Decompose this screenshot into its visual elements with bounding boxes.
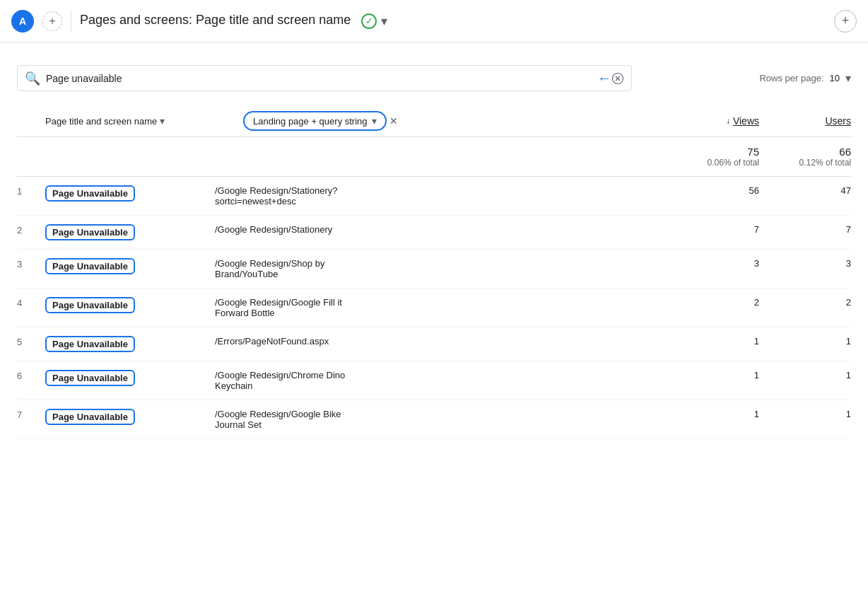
col-views-header: ↓ Views bbox=[667, 115, 759, 127]
table-row: 2 Page Unavailable /Google Redesign/Stat… bbox=[17, 216, 851, 250]
rows-count: 10 bbox=[830, 73, 840, 83]
landing-page-filter-chip[interactable]: Landing page + query string ▾ bbox=[243, 111, 387, 131]
title-badge: ✓ ▾ bbox=[361, 13, 389, 29]
add-report-button[interactable]: + bbox=[834, 10, 857, 33]
main-content: 🔍 ← Rows per page: 10 ▾ Page title and s… bbox=[0, 42, 868, 456]
page-title-value: Page Unavailable bbox=[45, 297, 135, 313]
views-column-label[interactable]: Views bbox=[733, 115, 759, 127]
row-views-cell: 3 bbox=[667, 258, 759, 269]
row-users-cell: 1 bbox=[759, 370, 851, 380]
top-bar: A + Pages and screens: Page title and sc… bbox=[0, 0, 868, 42]
filter-chip-dropdown-icon[interactable]: ▾ bbox=[372, 115, 377, 127]
row-number: 2 bbox=[17, 224, 45, 235]
row-landing-page-cell: /Google Redesign/Shop byBrand/YouTube bbox=[215, 258, 667, 279]
row-landing-page-cell: /Google Redesign/Stationery bbox=[215, 224, 667, 235]
check-circle-icon: ✓ bbox=[361, 13, 377, 29]
row-number: 6 bbox=[17, 370, 45, 381]
arrow-indicator-icon: ← bbox=[597, 70, 611, 86]
users-column-label[interactable]: Users bbox=[825, 115, 851, 127]
row-number: 1 bbox=[17, 185, 45, 197]
row-page-title-cell: Page Unavailable bbox=[45, 297, 215, 313]
row-page-title-cell: Page Unavailable bbox=[45, 258, 215, 274]
clear-search-button[interactable] bbox=[611, 72, 624, 85]
row-views-cell: 1 bbox=[667, 336, 759, 347]
sort-arrow-icon: ↓ bbox=[726, 116, 730, 126]
row-number: 5 bbox=[17, 336, 45, 347]
page-title-dropdown-icon[interactable]: ▾ bbox=[160, 115, 165, 127]
row-landing-page-cell: /Google Redesign/Google BikeJournal Set bbox=[215, 409, 667, 430]
col-landing-page-header: Landing page + query string ▾ ✕ bbox=[243, 111, 667, 131]
data-rows-container: 1 Page Unavailable /Google Redesign/Stat… bbox=[17, 177, 851, 439]
row-number: 4 bbox=[17, 297, 45, 308]
row-users-cell: 47 bbox=[759, 185, 851, 196]
page-title-text: Pages and screens: Page title and screen… bbox=[80, 13, 351, 27]
row-page-title-cell: Page Unavailable bbox=[45, 370, 215, 386]
search-row: 🔍 ← Rows per page: 10 ▾ bbox=[17, 65, 851, 91]
summary-users-count: 66 bbox=[839, 146, 851, 158]
summary-row: 75 0.06% of total 66 0.12% of total bbox=[17, 137, 851, 177]
page-title: Pages and screens: Page title and screen… bbox=[80, 13, 826, 29]
table-row: 3 Page Unavailable /Google Redesign/Shop… bbox=[17, 250, 851, 289]
row-users-cell: 1 bbox=[759, 409, 851, 419]
row-users-cell: 2 bbox=[759, 297, 851, 308]
add-tab-button[interactable]: + bbox=[42, 11, 62, 31]
row-landing-page-cell: /Errors/PageNotFound.aspx bbox=[215, 336, 667, 347]
table-row: 6 Page Unavailable /Google Redesign/Chro… bbox=[17, 361, 851, 400]
tab-divider bbox=[71, 11, 71, 32]
filter-chip-label: Landing page + query string bbox=[253, 116, 368, 127]
page-title-column-label: Page title and screen name bbox=[45, 116, 157, 127]
page-title-value: Page Unavailable bbox=[45, 224, 135, 240]
page-title-value: Page Unavailable bbox=[45, 409, 135, 425]
row-users-cell: 3 bbox=[759, 258, 851, 269]
search-box: 🔍 ← bbox=[17, 65, 632, 91]
table-header: Page title and screen name ▾ Landing pag… bbox=[17, 105, 851, 137]
row-users-cell: 7 bbox=[759, 224, 851, 235]
row-views-cell: 7 bbox=[667, 224, 759, 235]
row-page-title-cell: Page Unavailable bbox=[45, 336, 215, 352]
title-dropdown-button[interactable]: ▾ bbox=[380, 13, 389, 29]
row-number: 7 bbox=[17, 409, 45, 420]
search-icon: 🔍 bbox=[25, 71, 40, 86]
page-title-value: Page Unavailable bbox=[45, 258, 135, 274]
table-row: 7 Page Unavailable /Google Redesign/Goog… bbox=[17, 400, 851, 439]
avatar: A bbox=[11, 10, 34, 33]
summary-users-percent: 0.12% of total bbox=[799, 158, 851, 168]
row-page-title-cell: Page Unavailable bbox=[45, 224, 215, 240]
rows-per-page-label: Rows per page: bbox=[759, 73, 823, 83]
rows-dropdown-icon[interactable]: ▾ bbox=[845, 71, 851, 85]
col-page-title-header: Page title and screen name ▾ bbox=[45, 115, 243, 127]
summary-views-percent: 0.06% of total bbox=[708, 158, 759, 168]
table-row: 4 Page Unavailable /Google Redesign/Goog… bbox=[17, 289, 851, 327]
search-input[interactable] bbox=[46, 73, 592, 84]
page-title-value: Page Unavailable bbox=[45, 336, 135, 352]
row-landing-page-cell: /Google Redesign/Stationery?sortci=newes… bbox=[215, 185, 667, 206]
row-views-cell: 1 bbox=[667, 409, 759, 419]
filter-chip-close-button[interactable]: ✕ bbox=[389, 115, 398, 127]
row-page-title-cell: Page Unavailable bbox=[45, 185, 215, 202]
row-views-cell: 56 bbox=[667, 185, 759, 196]
row-num-spacer bbox=[17, 121, 45, 122]
row-views-cell: 1 bbox=[667, 370, 759, 380]
row-views-cell: 2 bbox=[667, 297, 759, 308]
summary-users: 66 0.12% of total bbox=[759, 146, 851, 168]
row-page-title-cell: Page Unavailable bbox=[45, 409, 215, 425]
row-landing-page-cell: /Google Redesign/Google Fill itForward B… bbox=[215, 297, 667, 318]
summary-num-spacer bbox=[17, 146, 45, 146]
row-users-cell: 1 bbox=[759, 336, 851, 347]
rows-per-page-control: Rows per page: 10 ▾ bbox=[759, 71, 851, 85]
col-users-header: Users bbox=[759, 115, 851, 127]
page-title-value: Page Unavailable bbox=[45, 185, 135, 202]
row-landing-page-cell: /Google Redesign/Chrome DinoKeychain bbox=[215, 370, 667, 391]
page-title-value: Page Unavailable bbox=[45, 370, 135, 386]
table-row: 1 Page Unavailable /Google Redesign/Stat… bbox=[17, 177, 851, 216]
summary-views: 75 0.06% of total bbox=[667, 146, 759, 168]
row-number: 3 bbox=[17, 258, 45, 269]
table-row: 5 Page Unavailable /Errors/PageNotFound.… bbox=[17, 327, 851, 361]
summary-views-count: 75 bbox=[747, 146, 759, 158]
